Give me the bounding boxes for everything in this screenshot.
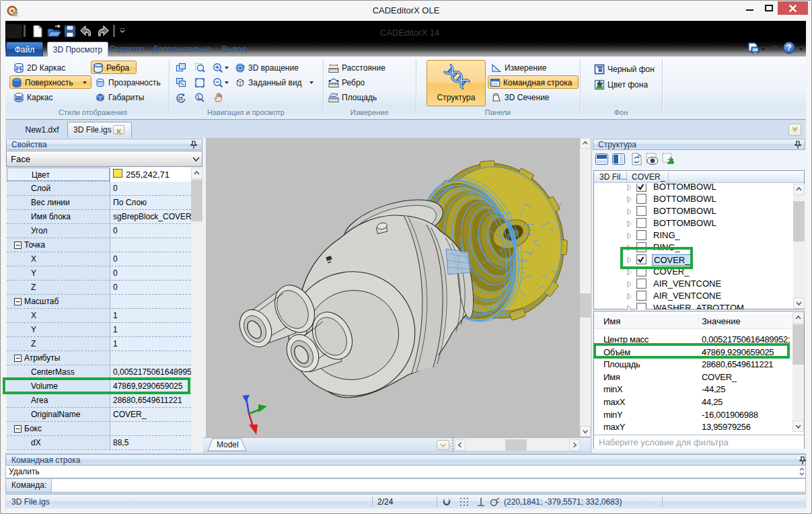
svg-text:Model: Model xyxy=(217,440,239,449)
svg-text:35: 35 xyxy=(178,96,183,101)
